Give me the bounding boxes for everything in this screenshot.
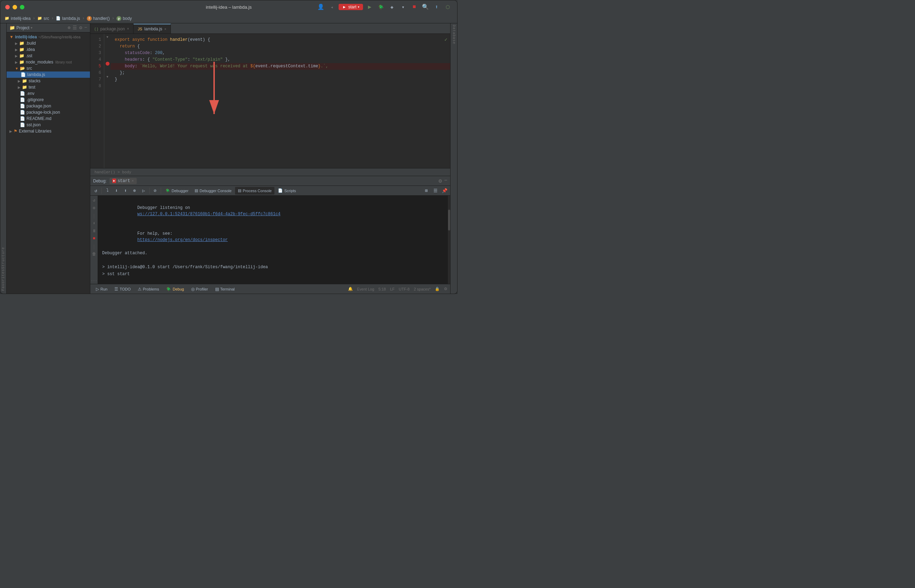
update-icon[interactable]: ⬆: [432, 3, 441, 11]
terminal-tab[interactable]: ▤ Terminal: [212, 286, 238, 292]
tree-item[interactable]: ▶ 📁 .idea: [6, 46, 90, 53]
collapse-all-icon[interactable]: ☰: [73, 25, 77, 31]
search-icon[interactable]: 🔍: [421, 3, 430, 11]
console-line: For help, see: https://nodejs.org/en/doc…: [102, 224, 443, 249]
console-scrollbar[interactable]: [447, 195, 450, 284]
debug-tab-bottom[interactable]: 🪲 Debug: [163, 286, 187, 292]
layout-icon[interactable]: ⊞: [422, 187, 431, 195]
event-log-icon[interactable]: 🔔: [348, 287, 353, 291]
resume-button[interactable]: ▷: [139, 187, 148, 195]
debug-tab-close-icon[interactable]: ×: [131, 179, 134, 183]
rerun-button[interactable]: ↺: [92, 187, 100, 195]
close-button[interactable]: [5, 5, 10, 10]
step-into-button[interactable]: ⬇: [112, 187, 121, 195]
mute-breakpoints-button[interactable]: ⊘: [151, 187, 159, 195]
breadcrumb-root[interactable]: 📁 intellij-idea: [5, 16, 31, 21]
tree-item-label: .idea: [26, 47, 35, 52]
tree-item[interactable]: 📄 .gitignore: [6, 97, 90, 103]
debugger-link-1[interactable]: ws://127.0.0.1:52431/876160b1-f6d4-4a2b-…: [137, 212, 280, 216]
debug-icon[interactable]: 🪲: [376, 3, 385, 11]
tree-settings-icon[interactable]: ⚙: [79, 25, 82, 31]
run-config-button[interactable]: ▶ start ▾: [339, 4, 363, 10]
folder-icon: 📁: [22, 85, 27, 90]
breadcrumb-src[interactable]: 📁 src: [37, 16, 49, 21]
rerun-side-icon[interactable]: ↺: [91, 197, 97, 204]
step-out-button[interactable]: ⬆: [121, 187, 130, 195]
more-run-icon[interactable]: ▾: [399, 3, 408, 11]
problems-tab[interactable]: ⚠ Problems: [135, 286, 162, 292]
breadcrumb-prop[interactable]: p body: [116, 16, 132, 21]
step-over-button[interactable]: ⤵: [103, 187, 111, 195]
tree-item[interactable]: ▶ 📁 .build: [6, 40, 90, 46]
tree-item[interactable]: ▶ 📁 test: [6, 84, 90, 90]
clear-side-icon[interactable]: 🗑: [91, 251, 97, 257]
project-dropdown-icon[interactable]: ▾: [31, 26, 32, 30]
stop-side-icon[interactable]: ■: [91, 236, 97, 242]
folder-icon: 📁: [19, 60, 24, 65]
project-root-name: intellij-idea: [15, 34, 37, 39]
tree-item[interactable]: 📄 package.json: [6, 103, 90, 109]
evaluate-button[interactable]: ⊕: [131, 187, 139, 195]
tree-item[interactable]: ▼ 📂 src: [6, 65, 90, 71]
debug-close-panel-icon[interactable]: −: [444, 178, 447, 184]
debug-settings-icon[interactable]: ⚙: [439, 178, 442, 184]
tree-item-lambda[interactable]: 📄 lambda.js: [6, 71, 90, 78]
tree-item[interactable]: 📄 .env: [6, 90, 90, 97]
tree-item[interactable]: ▶ 📁 .sst: [6, 53, 90, 59]
tree-item[interactable]: ▶ 📁 stacks: [6, 78, 90, 84]
tree-item[interactable]: 📄 README.md: [6, 115, 90, 122]
debug-active-tab[interactable]: ▶ start ×: [110, 178, 137, 184]
run-icon[interactable]: ▶: [365, 3, 374, 11]
coverage-icon[interactable]: ◈: [387, 3, 397, 11]
run-tab[interactable]: ▷ Run: [93, 286, 110, 292]
todo-tab[interactable]: ☰ TODO: [111, 286, 134, 292]
fold-arrow: ▼: [104, 34, 111, 40]
locate-file-icon[interactable]: ⊕: [68, 25, 71, 31]
code-line-5: body : `Hello, World! Your request was r…: [111, 63, 450, 70]
account-icon[interactable]: 👤: [316, 3, 325, 11]
tab-lambda-js[interactable]: JS lambda.js ×: [134, 24, 171, 34]
maximize-button[interactable]: [20, 5, 24, 10]
tab-close-icon[interactable]: ×: [127, 27, 129, 31]
lock-icon[interactable]: 🔒: [435, 287, 440, 291]
chevron-down-icon: ▼: [10, 34, 14, 39]
debugger-console-tab[interactable]: ▤ Debugger Console: [192, 187, 234, 195]
step-side-icon[interactable]: ⬇: [91, 220, 97, 226]
settings-side-icon[interactable]: ⚙: [91, 205, 97, 211]
git-icon[interactable]: ⚙: [444, 287, 447, 291]
tree-item-label: stacks: [29, 79, 40, 83]
json-file-icon: 📄: [20, 103, 25, 108]
scrollbar-thumb[interactable]: [448, 210, 450, 231]
database-label[interactable]: Database: [452, 25, 456, 44]
tree-item[interactable]: 📄 sst.json: [6, 122, 90, 128]
tree-external-libraries[interactable]: ▶ ⚑ External Libraries: [6, 128, 90, 134]
pause-side-icon[interactable]: ⏸: [91, 228, 97, 234]
tab-package-json[interactable]: { } package.json ×: [90, 24, 134, 34]
back-icon[interactable]: ◂: [328, 3, 337, 11]
scripts-tab[interactable]: 📄 Scripts: [275, 187, 299, 195]
debugger-tab[interactable]: 🪲 Debugger: [163, 187, 191, 195]
minimize-button[interactable]: [13, 5, 17, 10]
pin-icon[interactable]: 📌: [441, 187, 449, 195]
structure-strip-label[interactable]: Structure: [2, 247, 5, 269]
breadcrumb-file-label: lambda.js: [62, 16, 80, 21]
nodejs-help-link[interactable]: https://nodejs.org/en/docs/inspector: [137, 237, 228, 242]
breadcrumb-func[interactable]: f handler(): [87, 16, 110, 21]
tree-item[interactable]: 📄 package-lock.json: [6, 109, 90, 115]
favorites-strip-label[interactable]: Favorites: [2, 269, 5, 291]
tree-root[interactable]: ▼ intellij-idea ~/Sites/fwang/intellij-i…: [6, 34, 90, 40]
process-console-tab[interactable]: ▤ Process Console: [235, 187, 274, 195]
breakpoint-indicator[interactable]: [104, 60, 111, 67]
tree-hide-icon[interactable]: −: [84, 25, 87, 31]
more-side-icon[interactable]: ···: [91, 278, 97, 284]
console-output[interactable]: Debugger listening on ws://127.0.0.1:524…: [98, 195, 447, 284]
profiler-tab[interactable]: ◎ Profiler: [188, 286, 211, 292]
plugin-icon[interactable]: ⬡: [443, 3, 452, 11]
console-blank: [102, 257, 443, 263]
breadcrumb-file[interactable]: 📄 lambda.js: [56, 16, 80, 21]
stop-icon[interactable]: ■: [410, 3, 419, 11]
tree-item[interactable]: ▶ 📁 node_modules library root: [6, 59, 90, 65]
tab-close-icon[interactable]: ×: [164, 27, 166, 31]
settings-icon[interactable]: ☰: [431, 187, 440, 195]
event-log-label[interactable]: Event Log: [357, 287, 374, 291]
